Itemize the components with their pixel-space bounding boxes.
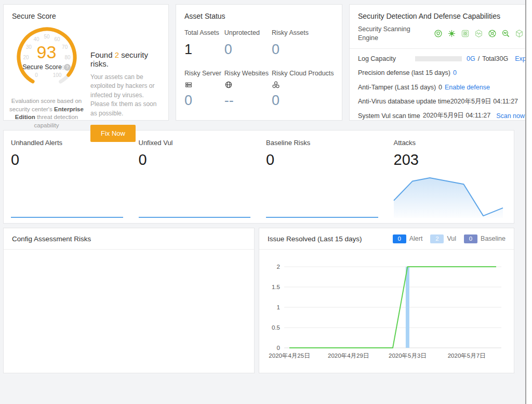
scan-now-link[interactable]: Scan now bbox=[496, 112, 525, 120]
risky-cloud-products-metric: Risky Cloud Products 0 bbox=[272, 69, 334, 109]
legend-vul[interactable]: 2 Vul bbox=[430, 234, 456, 243]
svg-text:2020年4月29日: 2020年4月29日 bbox=[328, 353, 369, 359]
security-dashboard: Secure Score 0102030405060708090100 93 S… bbox=[3, 4, 514, 373]
engine-icons bbox=[434, 29, 532, 38]
unhandled-alerts-value: 0 bbox=[11, 151, 126, 168]
risky-server-value[interactable]: 0 bbox=[184, 93, 221, 109]
risky-websites-value: -- bbox=[224, 93, 269, 109]
security-capabilities-title: Security Detection And Defense Capabilit… bbox=[350, 5, 532, 20]
vul-scan-time: 2020年5月9日 04:11:27 bbox=[423, 111, 490, 120]
baseline-risks-metric[interactable]: Baseline Risks 0 bbox=[259, 131, 387, 223]
unfixed-vul-value: 0 bbox=[139, 151, 254, 168]
issue-resolved-chart: 21.510.502020年4月25日2020年4月29日2020年5月3日20… bbox=[261, 251, 511, 365]
precision-defense-row: Precision defense (last 15 days) 0 bbox=[358, 66, 532, 80]
found-risks-text: Found 2 security risks. bbox=[90, 50, 163, 68]
risky-cloud-products-value[interactable]: 0 bbox=[272, 93, 334, 109]
svg-text:50: 50 bbox=[44, 34, 50, 40]
unhandled-alerts-metric[interactable]: Unhandled Alerts 0 bbox=[4, 131, 131, 223]
asset-metrics-grid: Total Assets 1 Unprotected 0 Risky Asset… bbox=[176, 20, 342, 109]
anti-virus-update-time: 2020年5月9日 04:11:27 bbox=[450, 97, 518, 106]
baseline-count-badge: 0 bbox=[464, 234, 477, 243]
secure-score-gauge: 0102030405060708090100 93 Secure Score ? bbox=[8, 21, 86, 93]
unhandled-alerts-sparkline bbox=[11, 217, 123, 218]
atom-engine-icon bbox=[461, 29, 470, 38]
server-icon bbox=[184, 81, 193, 89]
anti-tamper-row: Anti-Tamper (Last 15 days) 0 Enable defe… bbox=[358, 80, 532, 95]
alert-count-badge: 0 bbox=[393, 234, 406, 243]
secure-score-card: Secure Score 0102030405060708090100 93 S… bbox=[3, 4, 169, 121]
log-used-value: 0G bbox=[467, 55, 475, 62]
total-assets-metric: Total Assets 1 bbox=[184, 29, 221, 64]
score-caption: Evaluation score based on security cente… bbox=[7, 97, 86, 129]
config-assessment-body bbox=[4, 250, 254, 373]
svg-text:2020年5月7日: 2020年5月7日 bbox=[448, 353, 486, 359]
risky-websites-metric: Risky Websites -- bbox=[224, 69, 269, 109]
vul-scan-row: System Vul scan time 2020年5月9日 04:11:27 … bbox=[358, 109, 532, 123]
risk-count: 2 bbox=[115, 50, 119, 59]
scanning-engine-row: Security Scanning Engine bbox=[350, 20, 532, 49]
svg-text:1: 1 bbox=[277, 304, 280, 310]
total-assets-value: 1 bbox=[184, 42, 221, 58]
shield-scan-icon bbox=[434, 29, 443, 38]
svg-text:0: 0 bbox=[277, 345, 280, 351]
unfixed-vul-metric[interactable]: Unfixed Vul 0 bbox=[131, 131, 259, 223]
baseline-risks-sparkline bbox=[266, 217, 378, 218]
gauge-center: 93 Secure Score ? bbox=[8, 43, 86, 71]
svg-text:0.5: 0.5 bbox=[272, 324, 280, 331]
svg-text:2020年4月25日: 2020年4月25日 bbox=[269, 353, 310, 359]
svg-text:0: 0 bbox=[35, 72, 38, 78]
vul-count-badge: 2 bbox=[430, 234, 444, 243]
capability-rows: Log Capacity 0G / Total30G Expand Precis… bbox=[350, 49, 532, 123]
attacks-metric[interactable]: Attacks 203 bbox=[387, 131, 514, 223]
anti-virus-row: Anti-Virus database update time 2020年5月9… bbox=[358, 94, 532, 109]
legend-alert[interactable]: 0 Alert bbox=[393, 234, 423, 243]
svg-text:2: 2 bbox=[277, 264, 280, 270]
bottom-cards-row: Config Assessment Risks Issue Resolved (… bbox=[3, 228, 514, 373]
config-assessment-card: Config Assessment Risks bbox=[3, 228, 255, 373]
secure-score-title: Secure Score bbox=[4, 5, 168, 20]
log-total-value: Total30G bbox=[482, 55, 508, 62]
cloud-products-icon bbox=[272, 81, 280, 89]
config-assessment-title: Config Assessment Risks bbox=[12, 235, 91, 243]
svg-text:40: 40 bbox=[33, 36, 39, 42]
svg-text:60: 60 bbox=[54, 36, 60, 42]
legend-baseline[interactable]: 0 Baseline bbox=[464, 234, 506, 243]
cube-engine-icon bbox=[515, 29, 524, 38]
asset-status-title: Asset Status bbox=[176, 5, 342, 20]
svg-text:1.5: 1.5 bbox=[272, 284, 280, 290]
secure-score-value: 93 bbox=[8, 43, 86, 61]
risky-assets-metric: Risky Assets 0 bbox=[272, 29, 334, 64]
log-capacity-row: Log Capacity 0G / Total30G Expand bbox=[358, 51, 532, 66]
globe-icon bbox=[224, 81, 233, 89]
unfixed-vul-sparkline bbox=[139, 217, 251, 218]
anti-tamper-value: 0 bbox=[438, 84, 442, 91]
issue-resolved-title: Issue Resolved (Last 15 days) bbox=[268, 235, 362, 243]
issue-resolved-card: Issue Resolved (Last 15 days) 0 Alert 2 … bbox=[259, 228, 514, 373]
svg-text:100: 100 bbox=[52, 72, 61, 78]
scrollbar[interactable] bbox=[525, 0, 532, 404]
metrics-summary-card: Unhandled Alerts 0 Unfixed Vul 0 Baselin… bbox=[3, 130, 514, 224]
asset-status-card: Asset Status Total Assets 1 Unprotected … bbox=[176, 4, 342, 121]
virus-scan-icon bbox=[447, 29, 456, 38]
unprotected-metric: Unprotected 0 bbox=[224, 29, 269, 64]
log-capacity-bar bbox=[415, 56, 462, 61]
risk-description: Your assets can be exploited by hackers … bbox=[90, 73, 163, 118]
enable-defense-link[interactable]: Enable defense bbox=[445, 84, 490, 91]
risky-assets-value[interactable]: 0 bbox=[272, 42, 334, 58]
risky-server-metric: Risky Server 0 bbox=[184, 69, 221, 109]
attacks-value: 203 bbox=[394, 151, 509, 168]
engine-label: Security Scanning Engine bbox=[358, 25, 412, 43]
compass-engine-icon bbox=[488, 29, 497, 38]
svg-text:2020年5月3日: 2020年5月3日 bbox=[389, 353, 427, 359]
top-cards-row: Secure Score 0102030405060708090100 93 S… bbox=[3, 4, 514, 121]
attacks-trend-chart bbox=[392, 173, 505, 219]
secure-score-label: Secure Score ? bbox=[8, 63, 86, 71]
search-scan-icon bbox=[501, 29, 510, 38]
help-icon[interactable]: ? bbox=[64, 64, 71, 71]
security-capabilities-card: Security Detection And Defense Capabilit… bbox=[349, 4, 532, 121]
issue-legend: 0 Alert 2 Vul 0 Baseline bbox=[393, 234, 506, 243]
precision-defense-value: 0 bbox=[453, 69, 457, 76]
waveform-hex-icon bbox=[474, 29, 483, 38]
unprotected-value[interactable]: 0 bbox=[224, 42, 269, 58]
baseline-risks-value: 0 bbox=[266, 151, 381, 168]
